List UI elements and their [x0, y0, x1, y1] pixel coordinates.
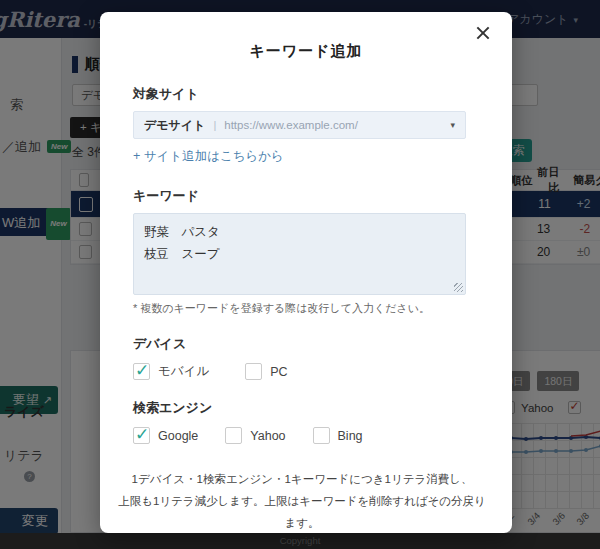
bing-checkbox[interactable]: [313, 427, 330, 444]
site-select-name: デモサイト: [144, 117, 205, 134]
yahoo-label: Yahoo: [250, 429, 285, 443]
google-label: Google: [158, 429, 198, 443]
target-site-label: 対象サイト: [133, 85, 466, 103]
site-select[interactable]: デモサイト | https://www.example.com/ ▾: [133, 111, 466, 139]
pc-label: PC: [270, 365, 287, 379]
engine-options: ✓ Google Yahoo Bing: [133, 427, 466, 444]
site-select-url: https://www.example.com/: [224, 119, 450, 131]
pc-checkbox[interactable]: [245, 363, 262, 380]
device-options: ✓ モバイル PC: [133, 363, 466, 380]
device-label: デバイス: [133, 335, 466, 353]
keyword-note: * 複数のキーワードを登録する際は改行して入力ください。: [133, 301, 466, 316]
search-engine-label: 検索エンジン: [133, 399, 466, 417]
modal-body: 対象サイト デモサイト | https://www.example.com/ ▾…: [133, 85, 466, 549]
yahoo-checkbox[interactable]: [225, 427, 242, 444]
add-site-link[interactable]: + サイト追加はこちらから: [133, 148, 466, 165]
google-checkbox[interactable]: ✓: [133, 427, 150, 444]
bing-label: Bing: [338, 429, 363, 443]
checkmark-icon: ✓: [135, 360, 149, 381]
consume-note: 1デバイス・1検索エンジン・1キーワードにつき1リテラ消費し、 上限も1リテラ減…: [118, 469, 486, 535]
keyword-textarea[interactable]: 野菜 パスタ 枝豆 スープ: [133, 213, 466, 295]
modal-title: キーワード追加: [100, 42, 512, 61]
keyword-textarea-value: 野菜 パスタ 枝豆 スープ: [144, 225, 220, 261]
checkmark-icon: ✓: [135, 424, 149, 445]
mobile-label: モバイル: [158, 363, 209, 380]
resize-handle-icon[interactable]: [454, 283, 463, 292]
chevron-down-icon: ▾: [450, 120, 455, 130]
screen: gRitera-リテラ アカウント▾ 索 ／追加New W追加New 要望↗ ラ…: [0, 0, 600, 549]
site-select-separator: |: [213, 119, 216, 131]
mobile-checkbox[interactable]: ✓: [133, 363, 150, 380]
close-icon[interactable]: [474, 24, 492, 42]
keyword-label: キーワード: [133, 187, 466, 205]
add-keyword-modal: キーワード追加 対象サイト デモサイト | https://www.exampl…: [100, 12, 512, 533]
